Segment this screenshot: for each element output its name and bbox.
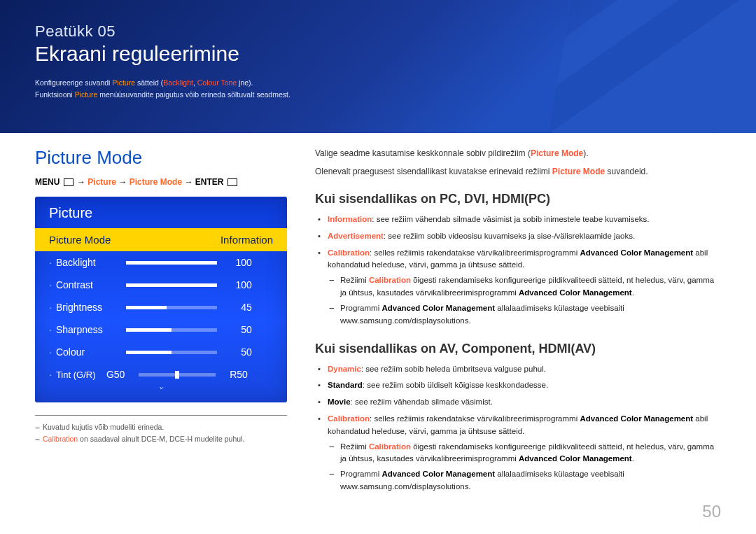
osd-row-brightness[interactable]: ·Brightness 45 [35,296,287,318]
banner-line-2: Funktsiooni Picture menüüsuvandite paigu… [35,89,721,101]
menu-path: MENU → Picture → Picture Mode → ENTER [35,177,287,187]
osd-row-colour[interactable]: ·Colour 50 [35,341,287,363]
osd-row-contrast[interactable]: ·Contrast 100 [35,274,287,296]
list-item: Movie: see režiim vähendab silmade väsim… [315,396,721,409]
list-item: Calibration: selles režiimis rakendataks… [315,413,721,493]
osd-selected-label: Picture Mode [49,234,111,246]
av-list: Dynamic: see režiim sobib heleda ümbrits… [315,363,721,493]
slider[interactable] [126,328,217,332]
slider[interactable] [126,351,217,354]
slider[interactable] [126,283,217,287]
sub-item: Režiimi Calibration õigesti rakendamisek… [328,274,721,300]
left-column: Picture Mode MENU → Picture → Picture Mo… [35,147,287,498]
osd-selected-row[interactable]: Picture Mode Information [35,228,287,251]
chapter-banner: Peatükk 05 Ekraani reguleerimine Konfigu… [0,0,756,133]
list-item: Advertisement: see režiim sobib videosis… [315,230,721,243]
list-item: Standard: see režiim sobib üldiselt kõig… [315,379,721,392]
osd-row-sharpness[interactable]: ·Sharpness 50 [35,318,287,341]
sub-item: Programmi Advanced Color Management alla… [328,468,721,493]
subheading-pc: Kui sisendallikas on PC, DVI, HDMI(PC) [315,192,721,206]
list-item: Dynamic: see režiim sobib heleda ümbrits… [315,363,721,376]
footnote-1: ‒Kuvatud kujutis võib mudeliti erineda. [35,421,287,433]
chapter-title: Ekraani reguleerimine [35,42,721,66]
footnote-2: ‒Calibration on saadaval ainult DCE-M, D… [35,433,287,445]
lead-text-2: Olenevalt praegusest sisendallikast kuva… [315,165,721,178]
page-content: Picture Mode MENU → Picture → Picture Mo… [0,133,756,519]
right-column: Valige seadme kasutamise keskkonnale sob… [315,147,721,498]
enter-icon [227,178,237,186]
tint-slider[interactable] [139,373,216,377]
menu-icon [64,178,74,186]
osd-title: Picture [35,197,287,228]
lead-text-1: Valige seadme kasutamise keskkonnale sob… [315,147,721,160]
banner-line-1: Konfigureerige suvandi Picture sätteid (… [35,77,721,89]
chapter-label: Peatükk 05 [35,22,721,41]
sub-item: Programmi Advanced Color Management alla… [328,302,721,328]
divider [35,415,287,416]
osd-menu: Picture Picture Mode Information ·Backli… [35,197,287,402]
sub-item: Režiimi Calibration õigesti rakendamisek… [328,441,721,466]
list-item: Information: see režiim vähendab silmade… [315,213,721,226]
page-number: 50 [702,502,721,521]
osd-row-backlight[interactable]: ·Backlight 100 [35,251,287,274]
subheading-av: Kui sisendallikas on AV, Component, HDMI… [315,342,721,356]
list-item: Calibration: selles režiimis rakendataks… [315,247,721,328]
section-title: Picture Mode [35,147,287,169]
pc-list: Information: see režiim vähendab silmade… [315,213,721,328]
osd-selected-value: Information [220,234,273,246]
slider[interactable] [126,306,217,309]
osd-row-tint[interactable]: ·Tint (G/R) G50 R50 [35,363,287,386]
chevron-down-icon[interactable]: ˅ [35,386,287,398]
slider[interactable] [126,261,217,265]
